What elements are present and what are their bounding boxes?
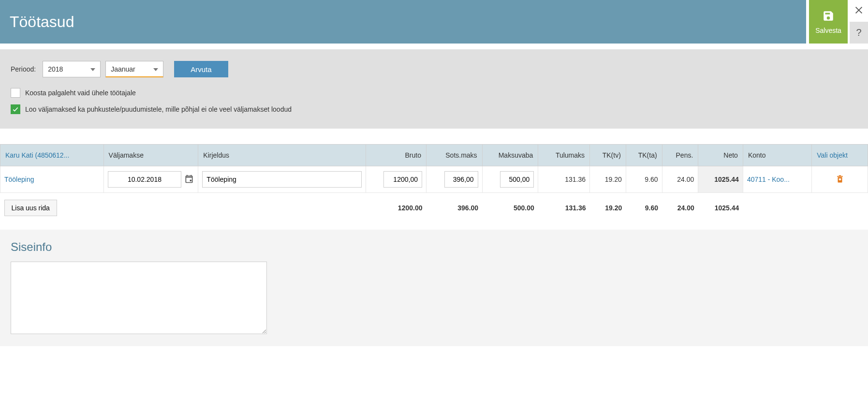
pens-cell: 24.00 [662, 166, 698, 193]
th-pens: Pens. [662, 145, 698, 166]
th-bruto: Bruto [366, 145, 427, 166]
month-dropdown[interactable]: Jaanuar [105, 61, 163, 77]
siseinfo-panel: Siseinfo [0, 230, 868, 346]
calculate-button[interactable]: Arvuta [174, 61, 228, 77]
salary-table: Karu Kati (4850612... Väljamakse Kirjeld… [0, 144, 868, 223]
th-desc: Kirjeldus [198, 145, 366, 166]
page-title-bar: Töötasud [0, 0, 806, 44]
total-maksuvaba: 500.00 [482, 193, 538, 223]
month-value: Jaanuar [111, 65, 135, 73]
total-sots: 396.00 [426, 193, 482, 223]
th-tulumaks: Tulumaks [538, 145, 590, 166]
th-valiobjekt[interactable]: Vali objekt [812, 145, 868, 166]
total-neto: 1025.44 [698, 193, 743, 223]
th-sots: Sots.maks [426, 145, 482, 166]
tktv-cell: 19.20 [590, 166, 626, 193]
siseinfo-textarea[interactable] [11, 262, 267, 334]
help-button[interactable]: ? [850, 22, 868, 44]
create-payments-label: Loo väljamaksed ka puhkustele/puudumiste… [25, 105, 292, 113]
close-icon [853, 5, 864, 17]
tulumaks-cell: 131.36 [538, 166, 590, 193]
create-payments-checkbox[interactable] [11, 104, 20, 114]
page-title: Töötasud [10, 13, 74, 31]
add-row-button[interactable]: Lisa uus rida [4, 200, 57, 216]
th-neto: Neto [698, 145, 743, 166]
th-maksuvaba: Maksuvaba [482, 145, 538, 166]
neto-cell: 1025.44 [698, 166, 743, 193]
total-pens: 24.00 [662, 193, 698, 223]
payout-date-input[interactable] [108, 171, 182, 188]
total-tulumaks: 131.36 [538, 193, 590, 223]
svg-rect-2 [190, 179, 191, 181]
periood-label: Periood: [11, 65, 36, 73]
row-type-link[interactable]: Tööleping [4, 176, 100, 183]
tkta-cell: 9.60 [626, 166, 662, 193]
description-input[interactable] [202, 171, 362, 188]
filter-panel: Periood: 2018 Jaanuar Arvuta Koosta palg… [0, 49, 868, 129]
bruto-input[interactable] [383, 171, 422, 188]
single-employee-checkbox[interactable] [11, 88, 20, 98]
sots-input[interactable] [444, 171, 478, 188]
th-tktv: TK(tv) [590, 145, 626, 166]
total-bruto: 1200.00 [366, 193, 427, 223]
save-label: Salvesta [815, 27, 841, 34]
single-employee-label: Koosta palgaleht vaid ühele töötajale [25, 89, 136, 97]
svg-rect-3 [837, 176, 843, 177]
save-button[interactable]: Salvesta [809, 0, 848, 44]
delete-row-icon[interactable] [836, 177, 844, 185]
total-tkta: 9.60 [626, 193, 662, 223]
th-konto: Konto [743, 145, 811, 166]
close-button[interactable] [850, 0, 868, 22]
th-payout: Väljamakse [103, 145, 198, 166]
save-icon [822, 10, 835, 24]
th-employee[interactable]: Karu Kati (4850612... [0, 145, 104, 166]
konto-link[interactable]: 40711 - Koo... [747, 176, 808, 183]
calendar-icon[interactable] [184, 174, 194, 185]
table-row: Tööleping 131.36 19.20 9.60 24.00 1025.4… [0, 166, 868, 193]
year-value: 2018 [48, 65, 63, 73]
th-tkta: TK(ta) [626, 145, 662, 166]
siseinfo-title: Siseinfo [11, 240, 857, 254]
year-dropdown[interactable]: 2018 [43, 61, 101, 77]
svg-rect-4 [839, 175, 841, 176]
totals-row: Lisa uus rida 1200.00 396.00 500.00 131.… [0, 193, 868, 223]
maksuvaba-input[interactable] [500, 171, 534, 188]
total-tktv: 19.20 [590, 193, 626, 223]
